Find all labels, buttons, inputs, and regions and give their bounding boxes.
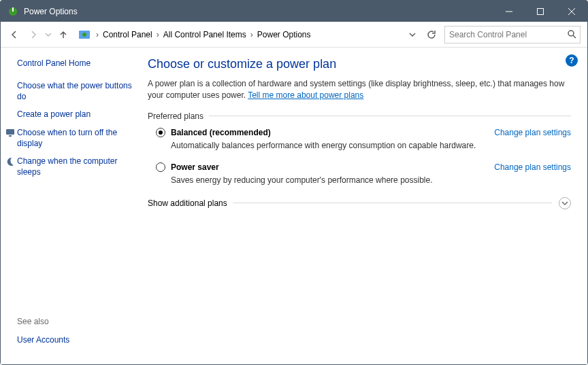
forward-button[interactable] <box>24 25 43 44</box>
back-button[interactable] <box>5 25 24 44</box>
help-icon[interactable]: ? <box>566 54 578 67</box>
maximize-button[interactable] <box>525 1 556 22</box>
toolbar: › Control Panel › All Control Panel Item… <box>1 22 587 48</box>
moon-icon <box>5 156 16 167</box>
sidebar-link-create-plan[interactable]: Create a power plan <box>17 109 133 120</box>
recent-dropdown[interactable] <box>43 25 54 44</box>
chevron-down-icon[interactable] <box>559 197 571 209</box>
plan-radio-balanced[interactable] <box>156 128 165 137</box>
chevron-down-icon[interactable] <box>409 31 416 38</box>
svg-line-9 <box>573 35 576 38</box>
window-title: Power Options <box>24 7 78 16</box>
plan-name[interactable]: Balanced (recommended) <box>171 128 271 137</box>
search-box[interactable] <box>444 26 581 44</box>
search-icon[interactable] <box>564 30 580 39</box>
plan-power-saver: Power saver Change plan settings Saves e… <box>156 162 571 185</box>
svg-rect-11 <box>9 135 12 137</box>
sidebar-link-computer-sleeps[interactable]: Change when the computer sleeps <box>17 156 133 177</box>
svg-point-8 <box>568 31 574 36</box>
show-additional-plans[interactable]: Show additional plans <box>148 197 571 209</box>
plan-description: Automatically balances performance with … <box>171 141 571 150</box>
minimize-button[interactable] <box>493 1 525 22</box>
breadcrumb-seg-control-panel[interactable]: Control Panel <box>99 26 157 44</box>
svg-rect-1 <box>12 7 14 12</box>
display-icon <box>5 127 16 138</box>
change-plan-settings-link[interactable]: Change plan settings <box>494 128 571 137</box>
sidebar-link-power-buttons[interactable]: Choose what the power buttons do <box>17 80 133 102</box>
learn-more-link[interactable]: Tell me more about power plans <box>248 90 363 100</box>
plan-name[interactable]: Power saver <box>171 162 219 172</box>
svg-rect-3 <box>538 8 544 14</box>
search-input[interactable] <box>445 27 564 42</box>
app-icon <box>7 6 18 17</box>
breadcrumb-seg-power-options[interactable]: Power Options <box>253 26 315 44</box>
sidebar: Control Panel Home Choose what the power… <box>1 48 142 364</box>
change-plan-settings-link[interactable]: Change plan settings <box>494 162 571 172</box>
plan-radio-powersaver[interactable] <box>156 162 165 172</box>
svg-rect-10 <box>6 129 14 135</box>
sidebar-link-turn-off-display[interactable]: Choose when to turn off the display <box>17 127 133 149</box>
titlebar[interactable]: Power Options <box>1 1 587 22</box>
close-button[interactable] <box>556 1 587 22</box>
sidebar-link-user-accounts[interactable]: User Accounts <box>17 334 133 345</box>
up-button[interactable] <box>54 25 73 44</box>
main-content: ? Choose or customize a power plan A pow… <box>142 48 587 364</box>
breadcrumb-seg-all-items[interactable]: All Control Panel Items <box>159 26 250 44</box>
refresh-button[interactable] <box>423 26 440 44</box>
see-also-label: See also <box>17 317 133 326</box>
svg-point-7 <box>82 33 86 37</box>
page-description: A power plan is a collection of hardware… <box>148 78 571 102</box>
page-title: Choose or customize a power plan <box>148 57 571 71</box>
sidebar-home-link[interactable]: Control Panel Home <box>17 58 133 68</box>
preferred-plans-label: Preferred plans <box>148 111 571 121</box>
control-panel-icon <box>78 29 91 41</box>
plan-description: Saves energy by reducing your computer's… <box>171 175 571 185</box>
plan-balanced: Balanced (recommended) Change plan setti… <box>156 128 571 150</box>
breadcrumb[interactable]: › Control Panel › All Control Panel Item… <box>96 26 419 44</box>
